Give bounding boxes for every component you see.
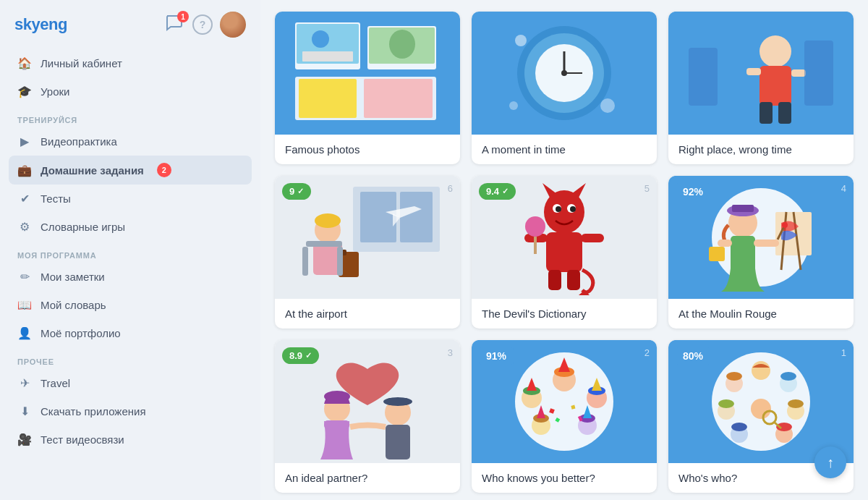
games-icon: ⚙	[17, 220, 32, 234]
sidebar-item-notes[interactable]: ✏ Мои заметки	[9, 263, 252, 291]
videotest-icon: 🎥	[17, 433, 32, 446]
home-icon: 🏠	[17, 56, 32, 70]
sidebar-item-homework[interactable]: 💼 Домашние задания 2	[9, 156, 252, 185]
sidebar: skyeng 1 ? 🏠 Личный кабинет 🎓 Уроки	[0, 0, 260, 500]
airport-card-number: 6	[448, 183, 453, 194]
card-title-right-place: Right place, wrong time	[668, 135, 854, 164]
svg-rect-8	[299, 79, 357, 118]
sidebar-nav: 🏠 Личный кабинет 🎓 Уроки ТРЕНИРУЙСЯ ▶ Ви…	[0, 49, 260, 500]
svg-point-47	[570, 206, 576, 212]
scroll-top-button[interactable]: ↑	[814, 446, 846, 478]
svg-point-72	[324, 391, 350, 402]
svg-point-67	[782, 222, 788, 228]
svg-point-6	[389, 30, 415, 59]
svg-rect-65	[754, 240, 779, 247]
svg-rect-25	[778, 102, 791, 124]
svg-rect-63	[732, 205, 754, 212]
svg-rect-50	[581, 234, 604, 242]
card-image-airport: 9 ✓ 6	[275, 176, 460, 299]
travel-icon: ✈	[17, 376, 32, 390]
main-content: Famous photos	[260, 0, 868, 500]
card-moulin-rouge[interactable]: 92% 4	[668, 176, 854, 329]
moulin-score-badge: 92%	[676, 183, 710, 200]
card-right-place[interactable]: Right place, wrong time	[668, 12, 854, 164]
whos-who-score-badge: 80%	[676, 347, 710, 365]
svg-point-46	[556, 206, 561, 212]
avatar[interactable]	[220, 12, 246, 38]
svg-rect-38	[302, 247, 308, 276]
svg-rect-76	[388, 398, 408, 405]
header-icons: 1 ?	[165, 12, 246, 38]
devil-card-number: 5	[644, 183, 650, 194]
sidebar-item-videopractice[interactable]: ▶ Видеопрактика	[9, 127, 252, 156]
svg-point-43	[544, 190, 584, 234]
card-image-right-place	[668, 12, 854, 135]
card-title-devil: The Devil's Dictionary	[472, 299, 657, 329]
logo: skyeng	[14, 15, 67, 34]
famous-photos-illustration	[275, 12, 460, 135]
card-image-devil: 9.4 ✓ 5	[472, 176, 657, 299]
sidebar-item-tests[interactable]: ✔ Тесты	[9, 185, 252, 213]
svg-point-20	[760, 35, 791, 67]
homework-badge: 2	[157, 163, 171, 177]
chat-badge: 1	[177, 11, 189, 22]
svg-rect-39	[337, 247, 343, 276]
svg-point-18	[509, 101, 518, 110]
card-title-moulin: At the Moulin Rouge	[668, 299, 854, 329]
svg-rect-31	[400, 192, 433, 242]
card-title-who-knows: Who knows you better?	[472, 463, 657, 493]
sidebar-item-portfolio[interactable]: 👤 Моё портфолио	[9, 319, 252, 347]
svg-point-17	[600, 98, 615, 113]
card-moment-in-time[interactable]: A moment in time	[472, 12, 657, 164]
chat-button[interactable]: 1	[165, 14, 185, 35]
svg-point-33	[315, 213, 341, 228]
homework-icon: 💼	[17, 164, 32, 177]
sidebar-item-videotest[interactable]: 🎥 Тест видеосвязи	[9, 425, 252, 454]
sidebar-item-word-games[interactable]: ⚙ Словарные игры	[9, 213, 252, 241]
right-place-illustration	[668, 12, 854, 135]
help-button[interactable]: ?	[192, 14, 213, 35]
svg-point-103	[780, 372, 796, 381]
sidebar-item-lessons[interactable]: 🎓 Уроки	[9, 77, 252, 106]
card-devils-dictionary[interactable]: 9.4 ✓ 5	[472, 176, 657, 329]
section-other-label: ПРОЧЕЕ	[9, 347, 252, 369]
svg-rect-73	[324, 420, 349, 429]
video-icon: ▶	[17, 135, 32, 148]
sidebar-item-dictionary[interactable]: 📖 Мой словарь	[9, 291, 252, 319]
devil-score-badge: 9.4 ✓	[479, 183, 516, 200]
svg-rect-68	[718, 240, 732, 247]
card-title-moment: A moment in time	[472, 135, 657, 164]
svg-point-114	[751, 399, 771, 419]
sidebar-item-cabinet[interactable]: 🏠 Личный кабинет	[9, 49, 252, 77]
svg-rect-27	[804, 41, 833, 106]
card-image-famous-photos	[275, 12, 460, 135]
svg-rect-21	[760, 66, 791, 106]
notes-icon: ✏	[17, 270, 32, 284]
moulin-card-number: 4	[841, 183, 846, 194]
sidebar-item-travel[interactable]: ✈ Travel	[9, 369, 252, 397]
avatar-image	[220, 12, 246, 38]
svg-rect-54	[548, 270, 561, 290]
who-knows-score-badge: 91%	[479, 347, 514, 365]
airport-score-badge: 9 ✓	[282, 183, 311, 200]
partner-card-number: 3	[448, 347, 453, 358]
card-who-knows[interactable]: 91% 2	[472, 340, 657, 493]
card-image-who-knows: 91% 2	[472, 340, 657, 463]
whos-who-card-number: 1	[841, 347, 846, 358]
svg-point-101	[752, 361, 770, 380]
card-ideal-partner[interactable]: 8.9 ✓ 3	[275, 340, 460, 493]
sidebar-item-download[interactable]: ⬇ Скачать приложения	[9, 397, 252, 425]
card-image-moulin: 92% 4	[668, 176, 854, 299]
svg-point-105	[788, 399, 804, 408]
card-title-partner: An ideal partner?	[275, 463, 460, 493]
section-train-label: ТРЕНИРУЙСЯ	[9, 106, 252, 127]
card-famous-photos[interactable]: Famous photos	[275, 12, 460, 164]
who-knows-card-number: 2	[644, 347, 650, 358]
svg-rect-69	[709, 247, 725, 261]
svg-point-111	[718, 399, 734, 408]
svg-rect-77	[386, 425, 410, 459]
card-airport[interactable]: 9 ✓ 6	[275, 176, 460, 329]
svg-rect-9	[364, 79, 433, 118]
download-icon: ⬇	[17, 404, 32, 418]
cards-grid: Famous photos	[275, 0, 854, 493]
